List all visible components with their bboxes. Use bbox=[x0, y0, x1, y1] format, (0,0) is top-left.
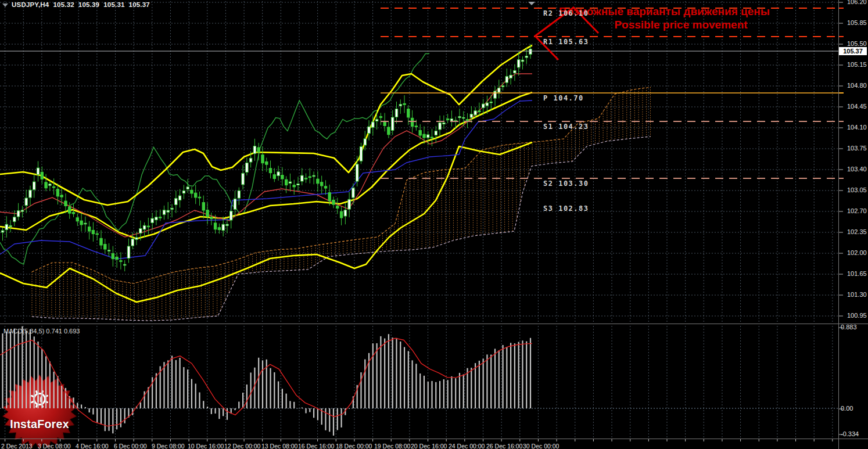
time-axis-label[interactable]: 16 Dec 16:00 bbox=[298, 443, 334, 449]
candle bbox=[364, 139, 366, 145]
candle bbox=[37, 168, 39, 175]
candle bbox=[297, 184, 299, 185]
candle bbox=[167, 210, 169, 212]
candle bbox=[253, 146, 256, 154]
candle bbox=[13, 217, 16, 222]
candle bbox=[518, 60, 520, 67]
candle bbox=[147, 226, 149, 227]
price-scale-tick[interactable]: 101.30 bbox=[847, 291, 867, 298]
macd-indicator-label: MACD(5,34,5) 0.741 0.693 bbox=[3, 328, 80, 335]
price-scale-tick[interactable]: 104.45 bbox=[847, 103, 867, 110]
time-axis-label[interactable]: 2 Dec 2013 bbox=[1, 443, 33, 449]
candle bbox=[88, 227, 91, 231]
price-scale-tick[interactable]: 105.15 bbox=[847, 61, 867, 68]
candle bbox=[313, 175, 315, 177]
candle bbox=[407, 109, 410, 117]
candle bbox=[431, 137, 433, 138]
price-scale-tick[interactable]: 105.50 bbox=[847, 40, 867, 47]
candle bbox=[238, 191, 240, 198]
candle bbox=[84, 223, 87, 224]
candle bbox=[151, 218, 153, 222]
candle bbox=[163, 210, 165, 215]
candle bbox=[423, 134, 425, 138]
candle bbox=[76, 218, 78, 221]
ohlc-low: 105.31 bbox=[103, 1, 124, 8]
price-scale-tick[interactable]: 103.75 bbox=[847, 145, 867, 152]
price-scale-tick[interactable]: 103.40 bbox=[847, 166, 867, 173]
candle bbox=[281, 175, 284, 179]
candle bbox=[112, 254, 114, 259]
time-axis-label[interactable]: 26 Dec 16:00 bbox=[486, 443, 522, 449]
candle bbox=[100, 238, 102, 245]
candle bbox=[1, 231, 3, 232]
candle bbox=[368, 127, 370, 134]
candle bbox=[178, 196, 181, 200]
current-price-badge: 105.37 bbox=[839, 48, 867, 55]
candle bbox=[139, 229, 142, 234]
candle bbox=[186, 187, 189, 189]
time-axis-label[interactable]: 18 Dec 00:00 bbox=[336, 443, 372, 449]
candle bbox=[29, 190, 31, 197]
candle bbox=[222, 224, 224, 231]
candle bbox=[379, 116, 382, 117]
time-axis-label[interactable]: 19 Dec 08:00 bbox=[374, 443, 410, 449]
price-scale-tick[interactable]: 106.20 bbox=[847, 0, 867, 5]
time-axis-label[interactable]: 3 Dec 08:00 bbox=[38, 443, 71, 449]
candle bbox=[195, 193, 197, 197]
candle bbox=[127, 246, 130, 258]
price-scale-tick[interactable]: 102.35 bbox=[847, 228, 867, 235]
candle bbox=[124, 264, 126, 265]
time-axis-label[interactable]: 13 Dec 08:00 bbox=[261, 443, 297, 449]
candle bbox=[450, 119, 453, 121]
candle bbox=[439, 123, 441, 130]
candle bbox=[80, 221, 83, 225]
price-scale-tick[interactable]: 104.80 bbox=[847, 82, 867, 89]
time-axis-label[interactable]: 6 Dec 00:00 bbox=[114, 443, 147, 449]
price-scale-tick[interactable]: 102.00 bbox=[847, 249, 867, 256]
candle bbox=[269, 168, 271, 173]
macd-scale-tick: -0.334 bbox=[841, 430, 859, 437]
candle bbox=[521, 60, 523, 62]
chevron-down-icon[interactable] bbox=[2, 3, 8, 7]
candle bbox=[17, 211, 19, 217]
candle bbox=[266, 161, 268, 164]
price-scale-tick[interactable]: 103.05 bbox=[847, 186, 867, 193]
time-axis-label[interactable]: 30 Dec 00:00 bbox=[523, 443, 559, 449]
candle bbox=[466, 120, 468, 121]
time-axis-label[interactable]: 9 Dec 08:00 bbox=[152, 443, 185, 449]
candle bbox=[198, 197, 200, 198]
price-scale-tick[interactable]: 104.10 bbox=[847, 124, 867, 131]
annotation-text-en: Possible price movement bbox=[582, 19, 780, 31]
price-scale-tick[interactable]: 100.95 bbox=[847, 312, 867, 319]
time-axis-label[interactable]: 4 Dec 16:00 bbox=[76, 443, 109, 449]
candle bbox=[344, 210, 346, 216]
candle bbox=[104, 245, 106, 250]
candle bbox=[45, 182, 47, 188]
macd-scale-tick: 0.00 bbox=[841, 405, 853, 412]
price-scale-tick[interactable]: 101.65 bbox=[847, 270, 867, 277]
instaforex-watermark-text: InstaForex bbox=[10, 418, 69, 431]
symbol-title: USDJPY,H4 bbox=[12, 1, 49, 8]
candle bbox=[234, 199, 236, 209]
time-axis-label[interactable]: 12 Dec 00:00 bbox=[224, 443, 260, 449]
candle bbox=[395, 109, 397, 117]
candle bbox=[419, 130, 421, 135]
pivot-label-s3: S3 102.83 bbox=[543, 204, 589, 213]
candle bbox=[321, 182, 323, 186]
time-axis-label[interactable]: 10 Dec 16:00 bbox=[188, 443, 224, 449]
candle bbox=[360, 147, 362, 161]
price-scale-tick[interactable]: 102.70 bbox=[847, 207, 867, 214]
candle bbox=[478, 111, 480, 112]
candle bbox=[446, 119, 449, 120]
candle bbox=[214, 223, 216, 229]
candle bbox=[289, 182, 291, 184]
time-axis-label[interactable]: 20 Dec 16:00 bbox=[411, 443, 447, 449]
candle bbox=[340, 211, 342, 218]
time-axis-label[interactable]: 24 Dec 00:00 bbox=[449, 443, 485, 449]
candle bbox=[372, 122, 374, 127]
price-scale-tick[interactable]: 105.85 bbox=[847, 19, 867, 26]
candle bbox=[261, 155, 264, 163]
symbol-info-bar: USDJPY,H4105.32105.39105.31105.37 bbox=[2, 1, 150, 8]
candle bbox=[131, 239, 134, 246]
chart-canvas[interactable] bbox=[0, 0, 868, 449]
